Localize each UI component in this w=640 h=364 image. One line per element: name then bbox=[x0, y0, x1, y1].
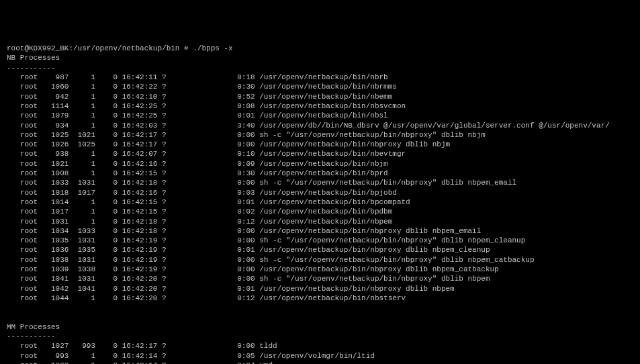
terminal-output: root@KDX992_BK:/usr/openv/netbackup/bin … bbox=[7, 44, 610, 364]
